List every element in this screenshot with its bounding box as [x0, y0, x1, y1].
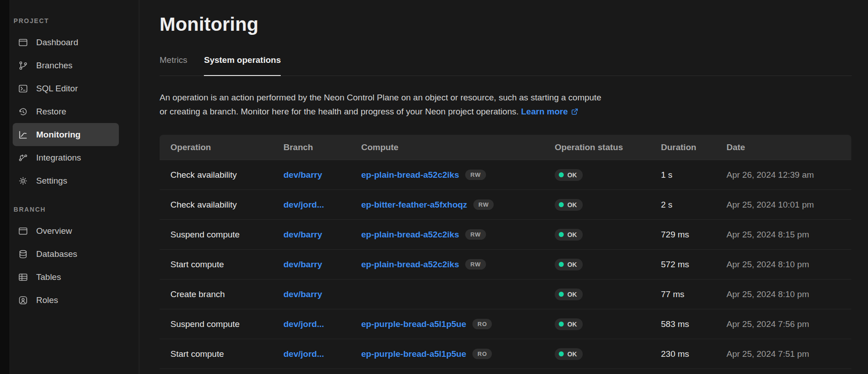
- branch-cell: dev/barry: [273, 260, 350, 270]
- status-badge: OK: [555, 199, 583, 211]
- table-icon: [18, 272, 28, 283]
- learn-more-link[interactable]: Learn more: [521, 107, 579, 116]
- status-ok-dot-icon: [559, 322, 564, 327]
- monitoring-icon: [18, 129, 28, 140]
- table-body: Check availability dev/barry ep-plain-br…: [160, 160, 851, 369]
- table-row: Create branch dev/barry OK 77 ms Apr 25,…: [160, 279, 851, 309]
- collapsed-left-rail: [0, 0, 10, 374]
- sidebar-item-label: Restore: [36, 107, 66, 117]
- compute-access-badge: RW: [473, 199, 494, 210]
- window-icon: [18, 226, 28, 237]
- date-cell: Apr 25, 2024 8:10 pm: [716, 260, 851, 270]
- status-label: OK: [567, 201, 577, 208]
- compute-cell: ep-purple-bread-a5l1p5ueRO: [350, 349, 544, 359]
- sidebar-item-branches[interactable]: Branches: [13, 54, 119, 77]
- status-label: OK: [567, 350, 577, 358]
- status-cell: OK: [544, 259, 650, 270]
- operations-table: Operation Branch Compute Operation statu…: [160, 135, 851, 369]
- compute-cell: ep-bitter-feather-a5fxhoqzRW: [350, 199, 544, 210]
- duration-cell: 583 ms: [650, 319, 716, 329]
- table-row: Check availability dev/jord... ep-bitter…: [160, 190, 851, 220]
- status-cell: OK: [544, 289, 650, 300]
- compute-link[interactable]: ep-plain-bread-a52c2iks: [361, 230, 459, 240]
- status-badge: OK: [555, 229, 583, 241]
- status-ok-dot-icon: [559, 262, 564, 267]
- branch-link[interactable]: dev/barry: [283, 170, 322, 180]
- date-cell: Apr 25, 2024 8:15 pm: [716, 230, 851, 240]
- compute-link[interactable]: ep-purple-bread-a5l1p5ue: [361, 349, 466, 359]
- status-label: OK: [567, 321, 577, 328]
- branch-link[interactable]: dev/jord...: [283, 319, 324, 329]
- external-link-icon: [571, 107, 579, 116]
- status-cell: OK: [544, 348, 650, 360]
- table-row: Suspend compute dev/barry ep-plain-bread…: [160, 220, 851, 250]
- sidebar-item-sql-editor[interactable]: SQL Editor: [13, 77, 119, 100]
- branch-icon: [18, 60, 28, 71]
- window-icon: [18, 37, 28, 48]
- role-icon: [18, 295, 28, 306]
- branch-link[interactable]: dev/jord...: [283, 200, 324, 210]
- sidebar-list: Dashboard Branches SQL Editor Restore Mo…: [13, 31, 139, 192]
- branch-link[interactable]: dev/jord...: [283, 349, 324, 359]
- sidebar-item-label: Roles: [36, 295, 58, 305]
- sidebar-item-monitoring[interactable]: Monitoring: [13, 123, 119, 146]
- compute-access-badge: RW: [465, 170, 486, 180]
- branch-cell: dev/barry: [273, 289, 350, 299]
- branch-link[interactable]: dev/barry: [283, 260, 322, 270]
- tab-system-operations[interactable]: System operations: [204, 55, 281, 76]
- sidebar-item-overview[interactable]: Overview: [13, 219, 119, 242]
- sidebar-item-label: Overview: [36, 226, 72, 236]
- duration-cell: 572 ms: [650, 260, 716, 270]
- sidebar-section-branch: BRANCH Overview Databases Tables Roles: [13, 206, 139, 312]
- date-cell: Apr 25, 2024 7:56 pm: [716, 319, 851, 329]
- sidebar-section-label: PROJECT: [14, 17, 139, 24]
- learn-more-label: Learn more: [521, 107, 568, 116]
- operation-cell: Start compute: [160, 349, 273, 359]
- description-line-2: or creating a branch. Monitor here for t…: [160, 107, 519, 116]
- status-cell: OK: [544, 199, 650, 211]
- operation-cell: Create branch: [160, 289, 273, 299]
- description-line-1: An operation is an action performed by t…: [160, 93, 601, 102]
- sidebar-item-roles[interactable]: Roles: [13, 289, 119, 312]
- compute-link[interactable]: ep-plain-bread-a52c2iks: [361, 260, 459, 270]
- sidebar: PROJECT Dashboard Branches SQL Editor Re…: [10, 0, 139, 374]
- main-content: Monitoring Metrics System operations An …: [139, 0, 868, 374]
- sidebar-item-label: Dashboard: [36, 38, 78, 47]
- branch-link[interactable]: dev/barry: [283, 289, 322, 299]
- sidebar-item-label: SQL Editor: [36, 84, 78, 94]
- status-ok-dot-icon: [559, 172, 564, 177]
- sidebar-item-tables[interactable]: Tables: [13, 265, 119, 289]
- date-cell: Apr 26, 2024 12:39 am: [716, 170, 851, 180]
- sidebar-section-label: BRANCH: [14, 206, 139, 213]
- status-cell: OK: [544, 318, 650, 330]
- status-cell: OK: [544, 229, 650, 241]
- tab-bar: Metrics System operations: [160, 55, 852, 76]
- compute-access-badge: RO: [472, 319, 492, 329]
- compute-link[interactable]: ep-bitter-feather-a5fxhoqz: [361, 200, 467, 210]
- sidebar-item-label: Integrations: [36, 153, 81, 163]
- sidebar-item-settings[interactable]: Settings: [13, 169, 119, 192]
- duration-cell: 230 ms: [650, 349, 716, 359]
- table-row: Start compute dev/jord... ep-purple-brea…: [160, 339, 851, 369]
- tab-metrics[interactable]: Metrics: [160, 55, 187, 76]
- database-icon: [18, 249, 28, 260]
- status-badge: OK: [555, 169, 583, 181]
- column-header-operation-status: Operation status: [544, 142, 650, 152]
- compute-link[interactable]: ep-purple-bread-a5l1p5ue: [361, 319, 466, 329]
- date-cell: Apr 25, 2024 7:51 pm: [716, 349, 851, 359]
- duration-cell: 1 s: [650, 170, 716, 180]
- status-ok-dot-icon: [559, 202, 564, 207]
- sidebar-item-dashboard[interactable]: Dashboard: [13, 31, 119, 54]
- restore-icon: [18, 106, 28, 117]
- table-row: Start compute dev/barry ep-plain-bread-a…: [160, 250, 851, 279]
- sidebar-item-databases[interactable]: Databases: [13, 242, 119, 265]
- column-header-compute: Compute: [350, 142, 544, 152]
- status-label: OK: [567, 291, 577, 298]
- status-badge: OK: [555, 289, 583, 300]
- sidebar-item-restore[interactable]: Restore: [13, 100, 119, 123]
- branch-link[interactable]: dev/barry: [283, 230, 322, 240]
- sidebar-item-integrations[interactable]: Integrations: [13, 146, 119, 169]
- branch-cell: dev/jord...: [273, 349, 350, 359]
- status-badge: OK: [555, 259, 583, 270]
- compute-link[interactable]: ep-plain-bread-a52c2iks: [361, 170, 459, 180]
